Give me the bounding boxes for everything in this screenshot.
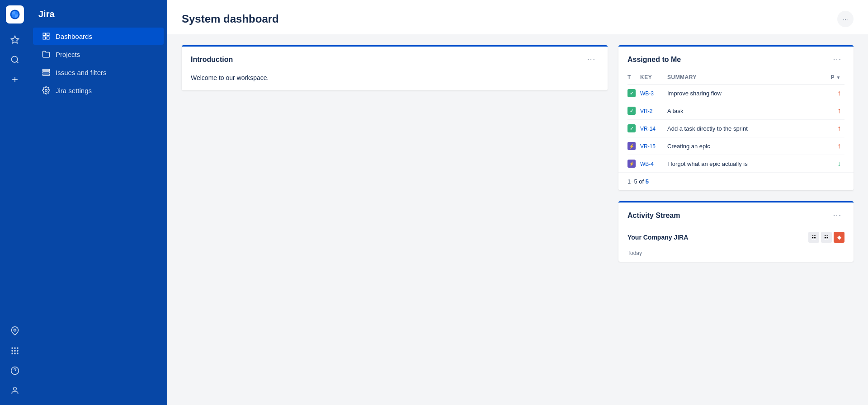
svg-rect-6 <box>14 348 15 349</box>
dashboard-content: Introduction ··· Welcome to our workspac… <box>167 34 868 273</box>
activity-rss-icon[interactable]: ◆ <box>834 232 844 243</box>
cell-summary[interactable]: Improve sharing flow <box>667 85 826 102</box>
pin-icon[interactable] <box>6 322 24 340</box>
issue-summary: Creating an epic <box>667 143 710 150</box>
apps-icon[interactable] <box>6 342 24 360</box>
priority-high-icon: ↑ <box>837 89 841 97</box>
introduction-widget: Introduction ··· Welcome to our workspac… <box>182 45 608 90</box>
search-icon[interactable] <box>6 51 24 69</box>
svg-rect-13 <box>17 353 18 354</box>
pagination-range: 1–5 of 5 <box>627 178 649 185</box>
sidebar-issues-label: Issues and filters <box>56 69 107 76</box>
cell-summary[interactable]: I forgot what an epic actually is <box>667 155 826 173</box>
sidebar-item-projects[interactable]: Projects <box>33 46 164 63</box>
issue-key-link[interactable]: VR-2 <box>640 108 652 114</box>
introduction-text: Welcome to our workspace. <box>191 71 599 81</box>
intro-more-dots: ··· <box>587 56 596 63</box>
cell-key[interactable]: VR-14 <box>640 120 667 137</box>
svg-point-4 <box>14 329 16 331</box>
issue-type-icon: ✓ <box>627 107 636 115</box>
sidebar-item-issues-filters[interactable]: Issues and filters <box>33 64 164 81</box>
favorites-icon[interactable] <box>6 31 24 49</box>
introduction-more-button[interactable]: ··· <box>585 54 599 65</box>
issue-key-link[interactable]: WB-4 <box>640 161 654 167</box>
page-title: System dashboard <box>182 13 279 25</box>
svg-rect-9 <box>14 350 15 351</box>
assigned-table: T Key Summary P ▼ ✓ <box>627 71 844 172</box>
table-row[interactable]: ✓ VR-2 A task ↑ <box>627 102 844 120</box>
cell-key[interactable]: VR-15 <box>640 137 667 155</box>
cell-key[interactable]: WB-3 <box>640 85 667 102</box>
activity-company-name: Your Company JIRA <box>627 234 688 241</box>
introduction-title: Introduction <box>191 56 233 64</box>
main-content: System dashboard ··· Introduction ··· We… <box>167 0 868 405</box>
table-row[interactable]: ⚡ WB-4 I forgot what an epic actually is… <box>627 155 844 173</box>
pagination: 1–5 of 5 <box>618 172 854 190</box>
sidebar-app-title: Jira <box>29 5 167 27</box>
svg-rect-5 <box>11 348 13 349</box>
cell-summary[interactable]: Add a task directly to the sprint <box>667 120 826 137</box>
create-icon[interactable] <box>6 71 24 89</box>
activity-list-icon[interactable]: ☷ <box>808 232 819 243</box>
activity-stream-widget: Activity Stream ··· Your Company JIRA ☷ … <box>618 201 854 262</box>
issues-icon <box>42 68 50 76</box>
svg-point-16 <box>13 387 16 391</box>
cell-priority: ↓ <box>826 155 844 173</box>
introduction-body: Welcome to our workspace. <box>182 71 608 90</box>
issue-summary: Add a task directly to the sprint <box>667 125 748 132</box>
svg-rect-18 <box>47 33 49 35</box>
page-more-button[interactable]: ··· <box>837 11 854 27</box>
settings-icon <box>42 86 50 94</box>
cell-key[interactable]: WB-4 <box>640 155 667 173</box>
issue-type-icon: ✓ <box>627 89 636 97</box>
activity-company-row: Your Company JIRA ☷ ☷ ◆ <box>618 226 854 248</box>
sidebar-item-dashboards[interactable]: Dashboards <box>33 28 164 45</box>
left-column: Introduction ··· Welcome to our workspac… <box>182 45 608 90</box>
cell-summary[interactable]: Creating an epic <box>667 137 826 155</box>
cell-summary[interactable]: A task <box>667 102 826 120</box>
icon-rail <box>0 0 29 405</box>
issue-key-link[interactable]: WB-3 <box>640 90 654 97</box>
cell-type: ✓ <box>627 102 640 120</box>
assigned-header: Assigned to Me ··· <box>618 47 854 71</box>
help-icon[interactable] <box>6 362 24 380</box>
pagination-total-link[interactable]: 5 <box>646 178 649 185</box>
svg-rect-17 <box>43 33 45 35</box>
assigned-table-container: T Key Summary P ▼ ✓ <box>618 71 854 172</box>
issue-summary: A task <box>667 108 683 114</box>
svg-point-1 <box>11 57 17 62</box>
cell-key[interactable]: VR-2 <box>640 102 667 120</box>
user-avatar-icon[interactable] <box>6 381 24 400</box>
issue-key-link[interactable]: VR-15 <box>640 143 656 150</box>
table-row[interactable]: ✓ WB-3 Improve sharing flow ↑ <box>627 85 844 102</box>
assigned-more-button[interactable]: ··· <box>830 54 844 65</box>
issue-key-link[interactable]: VR-14 <box>640 126 656 132</box>
table-row[interactable]: ⚡ VR-15 Creating an epic ↑ <box>627 137 844 155</box>
priority-high-icon: ↑ <box>837 124 841 132</box>
svg-rect-21 <box>43 69 50 71</box>
cell-type: ⚡ <box>627 137 640 155</box>
page-header: System dashboard ··· <box>167 0 868 34</box>
activity-grid-icon[interactable]: ☷ <box>821 232 832 243</box>
cell-type: ✓ <box>627 120 640 137</box>
app-logo[interactable] <box>6 5 24 24</box>
activity-more-button[interactable]: ··· <box>830 210 844 221</box>
activity-icon-buttons: ☷ ☷ ◆ <box>808 232 844 243</box>
priority-high-icon: ↑ <box>837 142 841 150</box>
svg-rect-20 <box>47 37 49 39</box>
cell-priority: ↑ <box>826 102 844 120</box>
sidebar: Jira Dashboards Projects Issues and filt… <box>29 0 167 405</box>
right-column: Assigned to Me ··· T Key Summary <box>618 45 854 262</box>
cell-priority: ↑ <box>826 120 844 137</box>
table-row[interactable]: ✓ VR-14 Add a task directly to the sprin… <box>627 120 844 137</box>
sidebar-item-jira-settings[interactable]: Jira settings <box>33 82 164 99</box>
issue-summary: I forgot what an epic actually is <box>667 160 748 167</box>
projects-icon <box>42 50 50 58</box>
cell-priority: ↑ <box>826 137 844 155</box>
svg-rect-22 <box>43 72 50 73</box>
svg-point-24 <box>45 89 47 92</box>
col-key: Key <box>640 71 667 85</box>
cell-type: ✓ <box>627 85 640 102</box>
col-type: T <box>627 71 640 85</box>
cell-priority: ↑ <box>826 85 844 102</box>
